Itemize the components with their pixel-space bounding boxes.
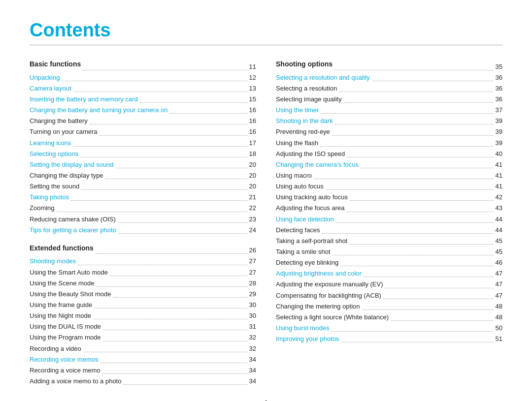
toc-item-row[interactable]: Adjusting brightness and color47 [276,269,502,278]
toc-item-label: Using the frame guide [30,300,92,310]
toc-item-label: Turning on your camera [30,127,98,137]
toc-dots [90,124,247,124]
toc-page-num: 36 [496,84,502,93]
toc-item-label: Selecting options [30,149,78,159]
toc-item-row[interactable]: Using the Program mode32 [30,333,256,342]
toc-item-row[interactable]: Setting the display and sound20 [30,160,256,170]
toc-page-num: 36 [496,94,502,104]
toc-item-row[interactable]: Using burst modes50 [276,323,502,333]
toc-page-num: 31 [249,322,256,332]
toc-item-row[interactable]: Changing the display type20 [30,171,256,181]
toc-item-row[interactable]: Tips for getting a clearer photo24 [30,225,256,235]
toc-item-row[interactable]: Using the DUAL IS mode31 [30,322,256,332]
toc-item-row[interactable]: Zooming22 [30,203,256,213]
toc-item-row[interactable]: Selecting a light source (White balance)… [276,312,502,322]
toc-item-label: Using auto focus [276,182,324,191]
toc-item-row[interactable]: Taking a smile shot45 [276,247,502,257]
toc-dots [73,92,247,92]
toc-page-num: 45 [496,247,502,257]
toc-item-label: Using the Program mode [30,333,101,342]
toc-item-row[interactable]: Learning icons17 [30,138,256,148]
toc-page-num: 44 [496,225,502,235]
toc-page-num: 39 [496,138,502,148]
toc-dots [110,276,247,276]
toc-item-label: Zooming [30,203,55,213]
toc-item-row[interactable]: Selecting image quality36 [276,94,502,104]
toc-item-row[interactable]: Detecting eye blinking46 [276,258,502,268]
toc-page-num: 16 [249,105,256,115]
toc-dots [326,189,494,190]
toc-dots [361,168,494,168]
toc-item-row[interactable]: Using face detection44 [276,215,502,224]
toc-item-row[interactable]: Using the Scene mode28 [30,278,256,288]
toc-item-row[interactable]: Improving your photos51 [276,334,502,344]
toc-item-row[interactable]: Adjusting the ISO speed40 [276,149,502,159]
toc-item-row[interactable]: Reducing camera shake (OIS)23 [30,215,256,224]
toc-item-row[interactable]: Changing the metering option48 [276,302,502,311]
toc-dots [96,253,247,254]
toc-page-num: 41 [496,171,502,181]
toc-item-label: Learning icons [30,138,71,148]
toc-page-num: 36 [496,73,502,83]
toc-dots [383,299,494,299]
toc-item-row[interactable]: Selecting a resolution and quality36 [276,73,502,83]
toc-page-num: 23 [249,215,256,224]
toc-dots [344,102,494,103]
toc-item-row[interactable]: Recording voice memos34 [30,355,256,365]
toc-page-num: 32 [249,333,256,342]
toc-section-title-row: Basic functions11 [30,59,256,72]
toc-item-row[interactable]: Camera layout13 [30,84,256,93]
toc-section-title-label: Basic functions [30,59,81,70]
toc-item-row[interactable]: Changing the camera's focus41 [276,160,502,170]
toc-item-row[interactable]: Adjusting the exposure manually (EV)47 [276,279,502,289]
toc-item-row[interactable]: Inserting the battery and memory card15 [30,94,256,104]
toc-item-row[interactable]: Using the Beauty Shot mode29 [30,289,256,299]
toc-item-row[interactable]: Detecting faces44 [276,225,502,235]
toc-item-row[interactable]: Using macro41 [276,171,502,181]
toc-page-num: 44 [496,215,502,224]
toc-item-row[interactable]: Shooting modes27 [30,256,256,266]
toc-item-row[interactable]: Unpacking12 [30,73,256,83]
toc-item-row[interactable]: Turning on your camera16 [30,127,256,137]
toc-item-row[interactable]: Using the frame guide30 [30,300,256,310]
toc-page-num: 12 [249,73,256,83]
toc-item-row[interactable]: Charging the battery16 [30,116,256,126]
right-column: Shooting options35Selecting a resolution… [276,59,502,387]
toc-item-row[interactable]: Adjusting the focus area43 [276,203,502,213]
toc-item-label: Adjusting the exposure manually (EV) [276,279,383,289]
toc-item-label: Changing the metering option [276,302,360,311]
toc-dots [350,200,494,201]
toc-page-num: 20 [249,171,256,181]
toc-dots [73,146,247,147]
toc-dots [332,255,494,255]
toc-item-row[interactable]: Using tracking auto focus42 [276,192,502,202]
toc-page-num: 34 [249,376,256,386]
toc-item-row[interactable]: Compensating for backlighting (ACB)47 [276,291,502,301]
toc-dots [80,157,247,157]
toc-item-row[interactable]: Using the Smart Auto mode27 [30,268,256,278]
toc-item-row[interactable]: Preventing red-eye39 [276,127,502,137]
toc-item-row[interactable]: Recording a video32 [30,344,256,354]
toc-item-row[interactable]: Taking photos21 [30,192,256,202]
toc-item-row[interactable]: Selecting options18 [30,149,256,159]
toc-item-row[interactable]: Selecting a resolution36 [276,84,502,93]
toc-item-label: Adjusting the focus area [276,203,344,213]
toc-item-label: Using macro [276,171,312,181]
toc-item-label: Using burst modes [276,323,329,333]
toc-item-row[interactable]: Setting the sound20 [30,182,256,191]
toc-item-label: Using the DUAL IS mode [30,322,101,332]
toc-item-row[interactable]: Charging the battery and turning your ca… [30,105,256,115]
toc-item-row[interactable]: Using auto focus41 [276,182,502,191]
toc-item-row[interactable]: Using the Night mode30 [30,311,256,321]
toc-item-row[interactable]: Using the timer37 [276,105,502,115]
toc-item-row[interactable]: Taking a self-portrait shot45 [276,236,502,246]
toc-item-row[interactable]: Shooting in the dark39 [276,116,502,126]
toc-dots [331,331,493,332]
toc-dots [362,309,494,310]
toc-item-label: Changing the camera's focus [276,160,359,170]
toc-item-row[interactable]: Using the flash39 [276,138,502,148]
toc-page-num: 47 [496,279,502,289]
toc-item-row[interactable]: Recording a voice memo34 [30,366,256,375]
toc-item-row[interactable]: Adding a voice memo to a photo34 [30,376,256,386]
toc-page-num: 34 [249,366,256,375]
